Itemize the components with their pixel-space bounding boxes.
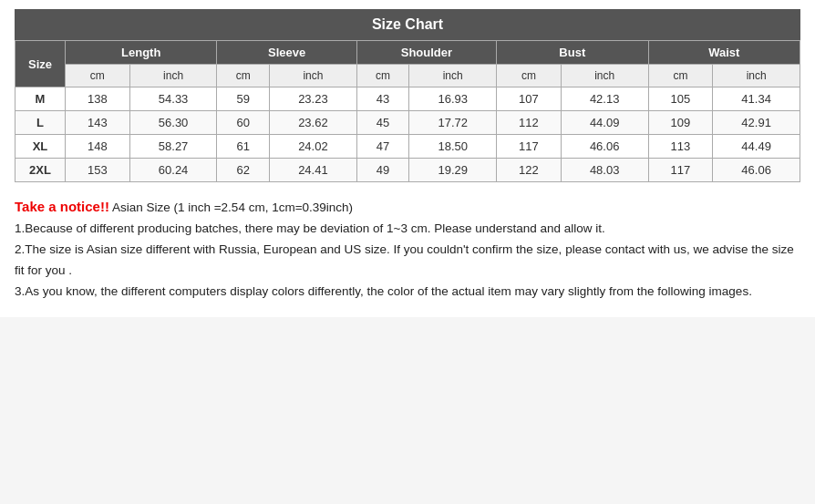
waist-inch-sub: inch [713, 65, 800, 87]
shoulder-cm-cell: 49 [356, 159, 409, 182]
shoulder-cm-cell: 43 [356, 87, 409, 111]
bust-inch-cell: 48.03 [561, 159, 648, 182]
sleeve-cm-cell: 60 [217, 111, 270, 135]
length-inch-cell: 56.30 [129, 111, 217, 135]
main-container: Size Chart Size Length Sleeve Shoulder B… [0, 0, 815, 317]
waist-inch-cell: 46.06 [713, 159, 800, 182]
bust-cm-sub: cm [497, 65, 562, 87]
bust-cm-cell: 112 [497, 111, 562, 135]
waist-cm-cell: 113 [648, 135, 713, 159]
length-inch-cell: 60.24 [129, 159, 217, 182]
sleeve-cm-cell: 61 [217, 135, 270, 159]
shoulder-inch-cell: 19.29 [409, 159, 497, 182]
chart-title: Size Chart [15, 9, 800, 40]
table-row: XL 148 58.27 61 24.02 47 18.50 117 46.06… [15, 135, 800, 159]
table-row: L 143 56.30 60 23.62 45 17.72 112 44.09 … [15, 111, 800, 135]
sleeve-cm-sub: cm [217, 65, 270, 87]
header-row: Size Length Sleeve Shoulder Bust Waist [15, 41, 800, 65]
length-cm-cell: 143 [66, 111, 130, 135]
bust-cm-cell: 122 [497, 159, 562, 182]
length-cm-cell: 138 [66, 87, 130, 111]
waist-cm-sub: cm [648, 65, 713, 87]
size-cell: 2XL [15, 159, 66, 182]
sleeve-cm-cell: 62 [217, 159, 270, 182]
waist-cm-cell: 109 [648, 111, 713, 135]
sleeve-inch-cell: 24.41 [270, 159, 357, 182]
bust-cm-cell: 107 [497, 87, 562, 111]
size-cell: L [15, 111, 66, 135]
bust-inch-cell: 44.09 [561, 111, 648, 135]
shoulder-inch-cell: 18.50 [409, 135, 497, 159]
shoulder-cm-cell: 45 [356, 111, 409, 135]
waist-cm-cell: 105 [648, 87, 713, 111]
sleeve-cm-cell: 59 [217, 87, 270, 111]
length-header: Length [66, 41, 217, 65]
bust-cm-cell: 117 [497, 135, 562, 159]
notice-section: Take a notice!! Asian Size (1 inch =2.54… [15, 195, 800, 303]
sleeve-inch-cell: 23.62 [270, 111, 357, 135]
waist-header: Waist [648, 41, 800, 65]
shoulder-inch-cell: 17.72 [409, 111, 497, 135]
notice-line1: Take a notice!! Asian Size (1 inch =2.54… [15, 195, 800, 219]
shoulder-inch-sub: inch [409, 65, 497, 87]
notice-line1-text: Asian Size (1 inch =2.54 cm, 1cm=0.39inc… [109, 201, 353, 214]
size-chart-table: Size Length Sleeve Shoulder Bust Waist c… [15, 40, 800, 182]
notice-line4: 3.As you know, the different computers d… [15, 282, 800, 303]
waist-inch-cell: 42.91 [713, 111, 800, 135]
sleeve-inch-sub: inch [270, 65, 357, 87]
waist-inch-cell: 44.49 [713, 135, 800, 159]
size-cell: M [15, 87, 66, 111]
shoulder-header: Shoulder [356, 41, 496, 65]
bust-inch-cell: 42.13 [561, 87, 648, 111]
table-row: 2XL 153 60.24 62 24.41 49 19.29 122 48.0… [15, 159, 800, 182]
waist-inch-cell: 41.34 [713, 87, 800, 111]
notice-line3: 2.The size is Asian size different with … [15, 240, 800, 282]
size-header: Size [15, 41, 66, 87]
length-cm-cell: 153 [66, 159, 130, 182]
sleeve-inch-cell: 23.23 [270, 87, 357, 111]
length-cm-cell: 148 [66, 135, 130, 159]
sleeve-header: Sleeve [217, 41, 356, 65]
notice-title: Take a notice!! [15, 199, 109, 214]
table-row: M 138 54.33 59 23.23 43 16.93 107 42.13 … [15, 87, 800, 111]
bust-header: Bust [497, 41, 648, 65]
length-inch-sub: inch [129, 65, 217, 87]
sleeve-inch-cell: 24.02 [270, 135, 357, 159]
length-cm-sub: cm [66, 65, 130, 87]
length-inch-cell: 54.33 [129, 87, 217, 111]
shoulder-cm-cell: 47 [356, 135, 409, 159]
bust-inch-sub: inch [561, 65, 648, 87]
waist-cm-cell: 117 [648, 159, 713, 182]
bust-inch-cell: 46.06 [561, 135, 648, 159]
notice-line2: 1.Because of different producing batches… [15, 219, 800, 240]
length-inch-cell: 58.27 [129, 135, 217, 159]
size-cell: XL [15, 135, 66, 159]
subheader-row: cm inch cm inch cm inch cm inch cm inch [15, 65, 800, 87]
shoulder-inch-cell: 16.93 [409, 87, 497, 111]
shoulder-cm-sub: cm [356, 65, 409, 87]
